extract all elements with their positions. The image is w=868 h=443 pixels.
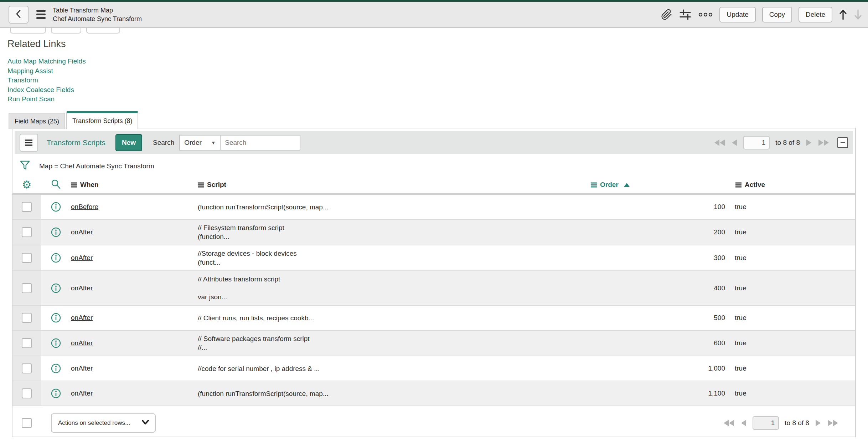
related-links-title: Related Links: [7, 39, 86, 50]
row-checkbox[interactable]: [22, 227, 32, 237]
script-cell[interactable]: (function runTransformScript(source, map…: [198, 386, 588, 402]
script-cell[interactable]: (function runTransformScript(source, map…: [198, 199, 588, 215]
row-checkbox[interactable]: [22, 283, 32, 293]
column-header-order[interactable]: Order: [588, 181, 727, 189]
script-cell[interactable]: //Storage devices - block devices(funct.…: [198, 245, 588, 270]
tab-transform-scripts[interactable]: Transform Scripts (8): [66, 111, 138, 129]
when-link[interactable]: onAfter: [71, 314, 93, 321]
active-cell[interactable]: true: [727, 203, 855, 211]
actions-dropdown[interactable]: Actions on selected rows...: [51, 413, 156, 433]
transform-scripts-pane: Transform Scripts New Search Order ▼ to …: [12, 128, 856, 437]
active-cell[interactable]: true: [727, 365, 855, 372]
info-icon[interactable]: [51, 253, 61, 263]
info-icon[interactable]: [51, 388, 61, 398]
page-number-input[interactable]: [753, 416, 779, 430]
select-all-checkbox[interactable]: [22, 418, 32, 428]
gear-icon[interactable]: ⚙: [22, 179, 32, 190]
when-link[interactable]: onAfter: [71, 228, 93, 236]
when-link[interactable]: onAfter: [71, 365, 93, 372]
scroll-up-icon[interactable]: [839, 9, 847, 20]
script-line: [198, 284, 588, 292]
script-cell[interactable]: // Software packages transform script//.…: [198, 331, 588, 356]
active-cell[interactable]: true: [727, 284, 855, 292]
order-cell[interactable]: 500: [588, 314, 727, 322]
active-cell[interactable]: true: [727, 228, 855, 236]
related-link[interactable]: Auto Map Matching Fields: [7, 57, 86, 66]
info-icon[interactable]: [51, 363, 61, 373]
table-row: onAfter// Client runs, run lists, recipe…: [12, 306, 855, 331]
order-cell[interactable]: 1,000: [588, 365, 727, 372]
search-input[interactable]: [220, 135, 300, 151]
page-number-input[interactable]: [743, 136, 770, 149]
first-page-button[interactable]: [723, 419, 735, 427]
back-button[interactable]: [9, 6, 29, 24]
next-page-button[interactable]: [806, 139, 812, 147]
order-cell[interactable]: 1,100: [588, 389, 727, 397]
order-cell[interactable]: 300: [588, 254, 727, 262]
column-header-active[interactable]: Active: [727, 181, 855, 189]
scroll-down-icon[interactable]: [854, 9, 862, 20]
related-link[interactable]: Run Point Scan: [7, 95, 86, 104]
when-link[interactable]: onAfter: [71, 284, 93, 292]
active-cell[interactable]: true: [727, 314, 855, 322]
related-link[interactable]: Mapping Assist: [7, 66, 86, 76]
order-cell[interactable]: 200: [588, 228, 727, 236]
funnel-icon[interactable]: [20, 160, 30, 173]
script-line: (function runTransformScript(source, map…: [198, 389, 588, 398]
prev-page-button[interactable]: [731, 139, 738, 147]
list-context-menu-button[interactable]: [20, 134, 38, 152]
when-link[interactable]: onAfter: [71, 339, 93, 347]
script-cell[interactable]: // Attributes transform script var json.…: [198, 271, 588, 305]
order-cell[interactable]: 400: [588, 284, 727, 292]
info-icon[interactable]: [51, 202, 61, 212]
row-checkbox[interactable]: [22, 202, 32, 212]
column-header-when[interactable]: When: [71, 181, 198, 189]
script-cell[interactable]: // Filesystem transform script(function.…: [198, 220, 588, 245]
filter-condition[interactable]: Map = Chef Automate Sync Transform: [39, 162, 154, 170]
column-header-script[interactable]: Script: [198, 181, 588, 189]
order-cell[interactable]: 600: [588, 339, 727, 347]
when-link[interactable]: onBefore: [71, 203, 98, 210]
active-cell[interactable]: true: [727, 254, 855, 262]
first-page-button[interactable]: [714, 139, 725, 147]
info-icon[interactable]: [51, 313, 61, 323]
new-button[interactable]: New: [115, 134, 142, 151]
related-link[interactable]: Index Coalesce Fields: [7, 85, 86, 95]
row-checkbox[interactable]: [22, 338, 32, 348]
search-field-select[interactable]: Order ▼: [179, 135, 221, 151]
collapse-list-icon[interactable]: [837, 137, 848, 148]
active-cell[interactable]: true: [727, 389, 855, 397]
next-page-button[interactable]: [815, 419, 821, 427]
row-select-cell: [12, 245, 41, 270]
last-page-button[interactable]: [827, 419, 839, 427]
personalize-sliders-icon[interactable]: [679, 9, 692, 21]
delete-button[interactable]: Delete: [799, 7, 832, 22]
last-page-button[interactable]: [818, 139, 830, 147]
row-checkbox[interactable]: [22, 253, 32, 263]
when-link[interactable]: onAfter: [71, 389, 93, 397]
info-icon[interactable]: [51, 338, 61, 348]
row-select-cell: [12, 356, 41, 381]
script-cell[interactable]: // Client runs, run lists, recipes cookb…: [198, 310, 588, 326]
related-link[interactable]: Transform: [7, 76, 86, 85]
search-icon[interactable]: [51, 179, 61, 191]
info-icon[interactable]: [51, 227, 61, 237]
prev-page-button[interactable]: [740, 419, 747, 427]
active-cell[interactable]: true: [727, 339, 855, 347]
more-options-icon[interactable]: [698, 12, 713, 17]
paperclip-icon[interactable]: [661, 9, 672, 21]
when-link[interactable]: onAfter: [71, 254, 93, 261]
order-cell[interactable]: 100: [588, 203, 727, 211]
script-cell[interactable]: //code for serial number , ip address & …: [198, 361, 588, 377]
info-icon[interactable]: [51, 283, 61, 293]
row-checkbox[interactable]: [22, 313, 32, 323]
copy-button[interactable]: Copy: [762, 7, 792, 22]
row-checkbox[interactable]: [22, 388, 32, 398]
update-button[interactable]: Update: [719, 7, 755, 22]
row-checkbox[interactable]: [22, 363, 32, 373]
form-context-menu-icon[interactable]: [36, 10, 46, 19]
tab-field-maps[interactable]: Field Maps (25): [9, 113, 65, 129]
row-select-cell: [12, 220, 41, 245]
related-links-list: Auto Map Matching FieldsMapping AssistTr…: [7, 57, 86, 104]
script-line: // Attributes transform script: [198, 275, 588, 284]
